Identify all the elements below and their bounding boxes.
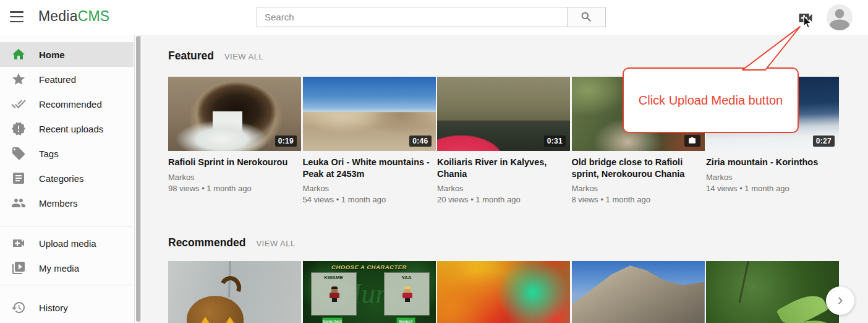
video-title[interactable]: Old bridge close to Rafioli sprint, Nero…: [572, 157, 705, 179]
camera-icon: [688, 137, 696, 145]
sidebar-item-history[interactable]: History: [0, 295, 134, 320]
video-card[interactable]: [437, 261, 570, 323]
categories-icon: [11, 171, 26, 186]
recommended-cards-row: Hunt CHOOSE A CHARACTER KWAME YAA Select…: [168, 261, 839, 323]
sidebar-item-label: Featured: [39, 74, 76, 85]
new-releases-icon: [11, 121, 26, 136]
annotation-tooltip: Click Upload Media button: [623, 67, 799, 133]
video-card[interactable]: 0:19 Rafioli Sprint in Nerokourou Markos…: [168, 77, 301, 204]
search-button[interactable]: [567, 7, 606, 27]
branch: [739, 261, 750, 303]
video-meta: 20 views • 1 month ago: [437, 195, 570, 204]
photo-badge: [684, 135, 700, 147]
video-thumbnail-pumpkin-craft[interactable]: [168, 261, 301, 323]
video-author[interactable]: Markos: [303, 184, 436, 193]
sidebar-item-label: Upload media: [39, 238, 96, 249]
video-card[interactable]: 0:31 Koiliaris River in Kalyves, Chania …: [437, 77, 570, 204]
upload-media-topbar-button[interactable]: [797, 9, 814, 27]
video-card[interactable]: [168, 261, 301, 323]
video-thumbnail-abstract-colors[interactable]: [437, 261, 570, 323]
video-thumbnail-mountains[interactable]: 0:46: [303, 77, 436, 151]
star-icon: [11, 72, 26, 87]
pumpkin-eye: [200, 317, 210, 323]
home-icon: [11, 47, 26, 62]
video-meta: 14 views • 1 month ago: [706, 184, 839, 193]
recommended-view-all-link[interactable]: VIEW ALL: [256, 239, 295, 248]
game-select-button: Select: [396, 317, 415, 323]
video-call-plus-icon: [797, 9, 814, 27]
sidebar-item-label: Categories: [39, 173, 84, 184]
sidebar-item-categories[interactable]: Categories: [0, 166, 134, 191]
hamburger-menu-icon[interactable]: [10, 11, 23, 24]
character-sprite-kwame: [330, 286, 339, 302]
video-title[interactable]: Ziria mountain - Korinthos: [706, 157, 839, 168]
sidebar-item-label: Members: [39, 198, 78, 209]
character-name: YAA: [385, 275, 429, 280]
video-author[interactable]: Markos: [706, 173, 839, 182]
game-selected-button: Selected: [322, 317, 343, 323]
top-bar: MediaCMS: [0, 0, 868, 35]
duration-badge: 0:31: [544, 136, 566, 147]
sidebar-item-label: Recent uploads: [39, 124, 103, 134]
featured-view-all-link[interactable]: VIEW ALL: [224, 52, 263, 61]
video-card[interactable]: [572, 261, 705, 323]
tag-icon: [11, 146, 26, 161]
recommended-section: Recommended VIEW ALL Hunt CHOOSE A CHARA…: [168, 236, 839, 323]
video-author[interactable]: Markos: [168, 173, 301, 182]
sidebar-item-tags[interactable]: Tags: [0, 141, 134, 166]
video-thumbnail-waterfall[interactable]: 0:19: [168, 77, 301, 151]
sidebar-item-label: My media: [39, 263, 79, 273]
video-author[interactable]: Markos: [572, 184, 705, 193]
sidebar-divider: [0, 285, 134, 285]
chevron-right-icon: ›: [838, 290, 843, 309]
video-author[interactable]: Markos: [437, 184, 570, 193]
duration-badge: 0:46: [409, 136, 431, 147]
sidebar-item-recommended[interactable]: Recommended: [0, 92, 134, 116]
character-panel-right: YAA: [384, 272, 430, 316]
sidebar-item-recent-uploads[interactable]: Recent uploads: [0, 116, 134, 141]
video-meta: 8 views • 1 month ago: [572, 195, 705, 204]
sidebar-item-home[interactable]: Home: [0, 42, 134, 67]
logo-text-cms: CMS: [78, 8, 110, 24]
sidebar-item-featured[interactable]: Featured: [0, 67, 134, 92]
video-card[interactable]: 0:46 Leuka Ori - White mountains - Peak …: [303, 77, 436, 204]
video-thumbnail-game-character-select[interactable]: Hunt CHOOSE A CHARACTER KWAME YAA Select…: [303, 261, 436, 323]
character-name: KWAME: [312, 275, 356, 280]
character-panel-left: KWAME: [311, 272, 357, 316]
pumpkin-eye: [225, 317, 235, 323]
sidebar-item-my-media[interactable]: My media: [0, 256, 134, 280]
video-thumbnail-rocky-mountain[interactable]: [572, 261, 705, 323]
video-title[interactable]: Rafioli Sprint in Nerokourou: [168, 157, 301, 168]
double-check-icon: [11, 97, 26, 111]
section-title-recommended: Recommended: [168, 236, 245, 249]
magnifier-icon: [580, 11, 593, 24]
duration-badge: 0:19: [275, 136, 297, 147]
duration-badge: 0:27: [813, 136, 835, 147]
logo-text-media: Media: [38, 8, 78, 24]
video-title[interactable]: Koiliaris River in Kalyves, Chania: [437, 157, 570, 179]
video-meta: 98 views • 1 month ago: [168, 184, 301, 193]
sidebar-scrollbar-track[interactable]: [134, 35, 141, 323]
mountain-ridge: [572, 261, 705, 323]
sidebar-item-label: History: [39, 303, 68, 313]
video-thumbnail-river-kayak[interactable]: 0:31: [437, 77, 570, 151]
video-card[interactable]: [706, 261, 839, 323]
sidebar-item-label: Tags: [39, 149, 59, 159]
video-thumbnail-green-leaves[interactable]: [706, 261, 839, 323]
carousel-next-button[interactable]: ›: [826, 286, 854, 315]
video-title[interactable]: Leuka Ori - White mountains - Peak at 24…: [303, 157, 436, 179]
video-card[interactable]: Hunt CHOOSE A CHARACTER KWAME YAA Select…: [303, 261, 436, 323]
character-sprite-yaa: [402, 286, 412, 302]
sidebar-divider: [0, 226, 134, 227]
sidebar-item-label: Recommended: [39, 99, 102, 110]
app-logo[interactable]: MediaCMS: [38, 8, 109, 25]
history-icon: [11, 300, 26, 315]
user-avatar[interactable]: [827, 4, 853, 30]
annotation-tooltip-text: Click Upload Media button: [639, 93, 783, 108]
sidebar-item-members[interactable]: Members: [0, 191, 134, 215]
sidebar-item-upload-media[interactable]: Upload media: [0, 231, 134, 256]
upload-media-icon: [11, 236, 26, 251]
sidebar-scrollbar-thumb[interactable]: [136, 36, 140, 322]
my-media-icon: [11, 261, 26, 275]
search-input[interactable]: [257, 7, 567, 27]
